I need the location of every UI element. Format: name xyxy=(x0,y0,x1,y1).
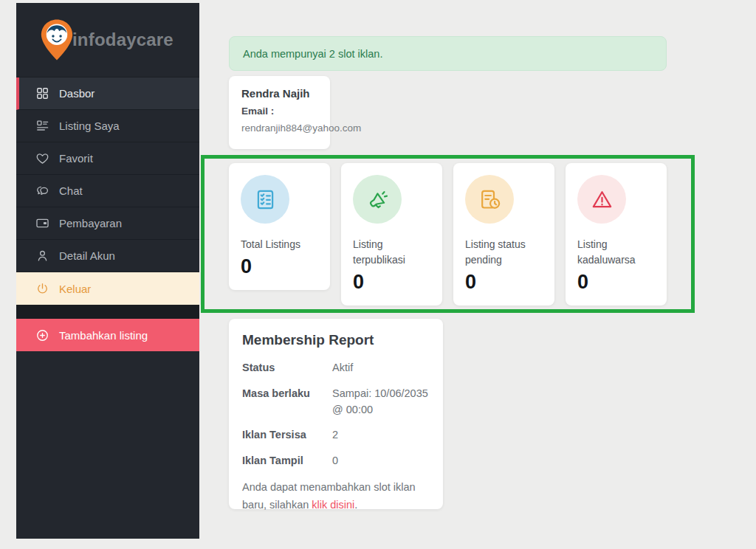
stat-card-listing-terpublikasi: Listing terpublikasi 0 xyxy=(341,163,442,305)
stat-value: 0 xyxy=(577,270,655,294)
membership-row-masa-berlaku: Masa berlaku Sampai: 10/06/2035 @ 00:00 xyxy=(242,386,430,418)
sidebar-menu: Dasbor Listing Saya Favorit Chat Pembaya… xyxy=(16,77,199,305)
stat-card-listing-kadaluwarsa: Listing kadaluwarsa 0 xyxy=(566,163,667,305)
alert-message: Anda mempunyai 2 slot iklan. xyxy=(243,48,382,60)
sidebar-item-label: Keluar xyxy=(59,283,91,295)
stats-row: Total Listings 0 Listing terpublikasi 0 … xyxy=(229,163,667,305)
row-value: Sampai: 10/06/2035 @ 00:00 xyxy=(332,386,430,418)
user-name: Rendra Najih xyxy=(241,87,330,100)
membership-row-iklan-tampil: Iklan Tampil 0 xyxy=(242,453,430,469)
sidebar-item-chat[interactable]: Chat xyxy=(16,175,199,207)
stat-card-listing-pending: Listing status pending 0 xyxy=(453,163,554,305)
add-listing-label: Tambahkan listing xyxy=(59,329,148,342)
sidebar-spacer xyxy=(16,305,199,319)
stat-circle xyxy=(577,175,626,224)
user-info-card: Rendra Najih Email : rendranjih884@yahoo… xyxy=(229,76,330,149)
brand-text: infodaycare xyxy=(72,30,173,50)
sidebar-item-label: Listing Saya xyxy=(59,120,120,132)
stat-value: 0 xyxy=(353,270,430,294)
wallet-icon xyxy=(35,216,49,230)
row-label: Masa berlaku xyxy=(242,386,332,418)
sidebar-item-pembayaran[interactable]: Pembayaran xyxy=(16,207,199,240)
membership-report-card: Membership Report Status Aktif Masa berl… xyxy=(229,319,443,509)
membership-title: Membership Report xyxy=(242,332,430,348)
membership-row-iklan-tersisa: Iklan Tersisa 2 xyxy=(242,427,430,443)
user-icon xyxy=(35,249,49,263)
sidebar-item-detail-akun[interactable]: Detail Akun xyxy=(16,240,199,272)
add-listing-button[interactable]: Tambahkan listing xyxy=(16,319,199,351)
plus-circle-icon xyxy=(35,328,49,342)
slot-alert-banner: Anda mempunyai 2 slot iklan. xyxy=(229,36,667,71)
sidebar-item-label: Pembayaran xyxy=(59,217,122,229)
stat-label: Listing status pending xyxy=(465,237,543,268)
row-value: 0 xyxy=(332,453,338,469)
power-icon xyxy=(35,282,49,296)
sidebar-item-label: Detail Akun xyxy=(59,249,115,262)
stat-card-total-listings: Total Listings 0 xyxy=(229,163,330,290)
membership-row-status: Status Aktif xyxy=(242,360,430,376)
sidebar-item-listing-saya[interactable]: Listing Saya xyxy=(16,110,199,142)
brand-pin-icon xyxy=(40,18,74,61)
pending-doc-icon xyxy=(478,187,502,212)
sidebar-item-keluar[interactable]: Keluar xyxy=(16,272,199,305)
grid-icon xyxy=(35,86,49,100)
sidebar-item-favorit[interactable]: Favorit xyxy=(16,142,199,175)
sidebar-item-dasbor[interactable]: Dasbor xyxy=(16,77,199,110)
sidebar-item-label: Favorit xyxy=(59,152,93,165)
user-email: rendranjih884@yahoo.com xyxy=(241,122,330,134)
checklist-icon xyxy=(253,187,278,212)
stat-circle xyxy=(353,175,402,224)
sidebar-item-label: Chat xyxy=(59,184,83,197)
stat-circle xyxy=(465,175,514,224)
stat-value: 0 xyxy=(465,270,543,294)
sidebar: infodaycare Dasbor Listing Saya Favorit … xyxy=(16,3,199,539)
sidebar-item-label: Dasbor xyxy=(59,87,94,100)
row-value: 2 xyxy=(332,427,338,443)
row-label: Iklan Tersisa xyxy=(242,427,332,443)
row-label: Status xyxy=(242,360,332,376)
logo[interactable]: infodaycare xyxy=(16,3,199,77)
stat-label: Listing terpublikasi xyxy=(353,237,430,268)
note-suffix: . xyxy=(354,499,357,511)
stat-value: 0 xyxy=(241,255,318,278)
megaphone-icon xyxy=(365,187,390,212)
warning-icon xyxy=(590,187,614,212)
list-icon xyxy=(35,119,49,133)
email-label: Email : xyxy=(241,106,330,117)
add-slot-link[interactable]: klik disini xyxy=(312,499,354,511)
heart-icon xyxy=(35,151,49,165)
stat-circle xyxy=(241,175,289,224)
chat-icon xyxy=(35,184,49,198)
membership-note: Anda dapat menambahkan slot iklan baru, … xyxy=(242,479,430,514)
stat-label: Listing kadaluwarsa xyxy=(577,237,655,268)
row-value: Aktif xyxy=(332,360,353,376)
row-label: Iklan Tampil xyxy=(242,453,332,469)
stat-label: Total Listings xyxy=(241,237,318,252)
